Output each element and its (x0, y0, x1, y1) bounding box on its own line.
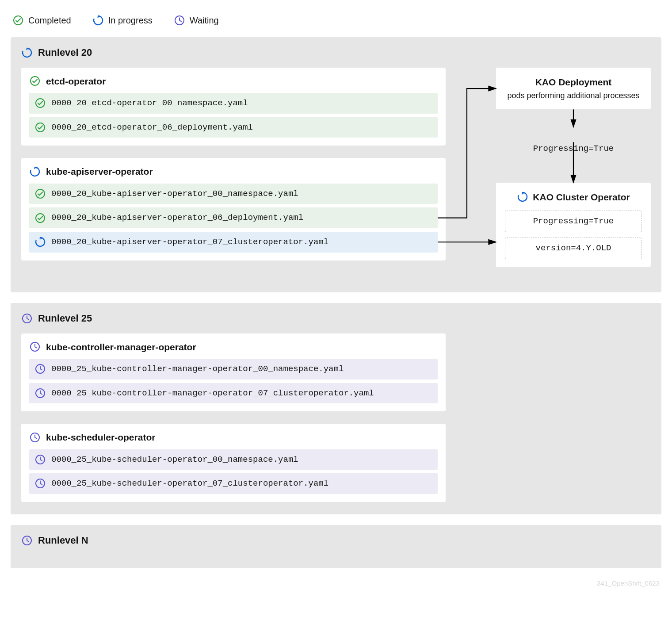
manifest-row: 0000_25_kube-scheduler-operator_00_names… (29, 449, 438, 470)
runlevel-header: Runlevel N (21, 534, 651, 548)
manifest-file: 0000_25_kube-scheduler-operator_07_clust… (51, 478, 328, 490)
check-circle-icon (12, 15, 24, 26)
operator-name: kube-scheduler-operator (46, 431, 155, 444)
operator-header: kube-scheduler-operator (29, 431, 438, 444)
legend-completed: Completed (12, 14, 71, 27)
manifest-row: 0000_25_kube-controller-manager-operator… (29, 359, 438, 379)
clock-icon (21, 313, 33, 324)
manifest-file: 0000_25_kube-controller-manager-operator… (51, 363, 344, 375)
clock-icon (29, 432, 41, 443)
spinner-icon (92, 15, 104, 26)
runlevel-header: Runlevel 25 (21, 312, 651, 326)
footer-reference: 341_OpenShift_0623 (11, 579, 661, 588)
operator-card: kube-scheduler-operator 0000_25_kube-sch… (21, 424, 446, 502)
runlevel-title: Runlevel 25 (38, 312, 92, 326)
clock-icon (29, 341, 41, 353)
clock-icon (34, 387, 46, 399)
legend-label: Completed (28, 14, 71, 27)
runlevel-block: Runlevel N (11, 525, 661, 568)
clock-icon (34, 363, 46, 375)
clock-icon (174, 15, 185, 26)
legend-label: Waiting (190, 14, 219, 27)
runlevel-block: Runlevel 25 kube-controller-manager-oper… (11, 303, 661, 514)
svg-point-1 (94, 21, 95, 22)
manifest-row: 0000_25_kube-controller-manager-operator… (29, 383, 438, 404)
legend-waiting: Waiting (174, 14, 219, 27)
legend-label: In progress (108, 14, 153, 27)
clock-icon (34, 478, 46, 489)
status-legend: Completed In progress Waiting (11, 11, 661, 37)
operator-header: kube-controller-manager-operator (29, 341, 438, 353)
operator-name: kube-controller-manager-operator (46, 341, 196, 353)
runlevel-title: Runlevel N (38, 534, 88, 548)
runlevel-block: Runlevel 20 etcd-operator 0000_20_etcd-o… (11, 37, 661, 292)
connector-arrows (11, 37, 661, 292)
svg-point-2 (94, 23, 95, 23)
manifest-file: 0000_25_kube-controller-manager-operator… (51, 387, 374, 399)
arrow-line (438, 88, 496, 218)
legend-in-progress: In progress (92, 14, 153, 27)
operator-card: kube-controller-manager-operator 0000_25… (21, 333, 446, 412)
manifest-file: 0000_25_kube-scheduler-operator_00_names… (51, 454, 298, 466)
manifest-row: 0000_25_kube-scheduler-operator_07_clust… (29, 473, 438, 494)
clock-icon (21, 535, 33, 546)
svg-point-3 (95, 24, 96, 25)
clock-icon (34, 454, 46, 465)
